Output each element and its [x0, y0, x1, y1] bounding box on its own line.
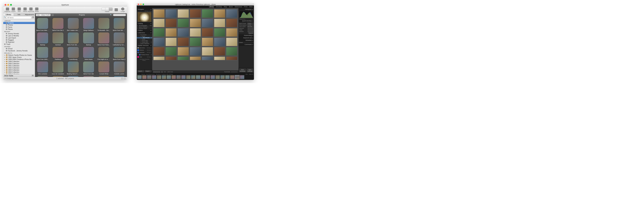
- photo-cell[interactable]: [202, 28, 213, 37]
- sidebar-recent-0[interactable]: Jeremy Horwitz: [3, 33, 35, 35]
- project-cell[interactable]: Notre Dame: [82, 47, 95, 60]
- project-thumb[interactable]: [68, 47, 79, 58]
- project-thumb[interactable]: [114, 18, 125, 29]
- photo-cell[interactable]: [178, 56, 189, 60]
- project-thumb[interactable]: [68, 18, 79, 29]
- project-cell[interactable]: Luxembourg: [67, 47, 80, 60]
- photo-cell[interactable]: [153, 28, 165, 37]
- filmstrip-thumbs[interactable]: [137, 75, 254, 79]
- project-cell[interactable]: Bang+Olafsson: [82, 18, 95, 31]
- sidebar-trash[interactable]: Trash: [3, 43, 35, 45]
- photo-cell[interactable]: [178, 9, 189, 18]
- project-thumb[interactable]: [98, 47, 110, 58]
- filmstrip-thumb[interactable]: [142, 75, 147, 79]
- grid-view-icon[interactable]: [102, 8, 105, 11]
- comments-header[interactable]: Comments: [238, 43, 254, 46]
- sidebar-item-projects[interactable]: Projects: [3, 22, 35, 24]
- reset-all-button[interactable]: Reset All: [248, 33, 253, 34]
- project-thumb[interactable]: [98, 33, 110, 44]
- sidebar-recent-3[interactable]: Flagged: [3, 39, 35, 41]
- photo-cell[interactable]: [166, 28, 177, 37]
- photo-cell[interactable]: [166, 38, 177, 46]
- filmstrip-thumb[interactable]: [172, 75, 176, 79]
- photo-cell[interactable]: [202, 56, 213, 60]
- sync-settings-button[interactable]: Sync Settings: [247, 69, 254, 72]
- navigator-preview[interactable]: [138, 12, 152, 22]
- keywords-button[interactable]: Keywords: [28, 8, 34, 12]
- project-thumb[interactable]: [37, 47, 48, 58]
- collection-item-2[interactable]: Most Recent…700: [137, 37, 152, 39]
- new-button[interactable]: New: [16, 8, 22, 12]
- photo-cell[interactable]: [178, 38, 189, 46]
- project-thumb[interactable]: [83, 18, 94, 29]
- project-cell[interactable]: Pantheon: [52, 47, 64, 60]
- sidebar-project-4[interactable]: 2000 Collection: [3, 63, 35, 65]
- loupe-view-icon[interactable]: [155, 71, 156, 73]
- tab-info[interactable]: Info: [14, 13, 24, 16]
- photo-cell[interactable]: [153, 47, 165, 56]
- project-thumb[interactable]: [83, 62, 94, 73]
- project-cell[interactable]: Intro Lectures: [36, 62, 49, 75]
- project-cell[interactable]: Items From Set 5 B…: [67, 33, 80, 46]
- second-monitor-icon[interactable]: ⊟: [139, 74, 140, 75]
- ascending-icon[interactable]: [52, 14, 54, 16]
- photo-cell[interactable]: [226, 28, 238, 37]
- filmstrip-thumb[interactable]: [147, 75, 152, 79]
- filmstrip-thumb[interactable]: [220, 75, 225, 79]
- project-thumb[interactable]: [37, 18, 48, 29]
- catalog-quick[interactable]: Quick Collection +: [137, 26, 152, 28]
- project-thumb[interactable]: [98, 18, 110, 29]
- share-button[interactable]: Share: [34, 8, 40, 12]
- photo-cell[interactable]: [166, 47, 177, 56]
- photo-cell[interactable]: [202, 38, 213, 46]
- collection-item-4[interactable]: Photos Adju…: [137, 40, 152, 41]
- sidebar-project-1[interactable]: 1992 Japan Scans: [3, 56, 35, 58]
- tab-slideshow[interactable]: Slideshow: [234, 6, 242, 8]
- project-cell[interactable]: Cour de Cassation: [52, 62, 64, 75]
- fullscreen-button[interactable]: [113, 8, 119, 12]
- tab-adjustments[interactable]: Adjustments: [24, 13, 35, 16]
- photo-cell[interactable]: [226, 38, 238, 46]
- sidebar-project-5[interactable]: 2001 Collection: [3, 65, 35, 67]
- sort-dropdown[interactable]: Date - Oldest First ⇅: [36, 14, 50, 16]
- sidebar-item-faces[interactable]: Faces: [3, 26, 35, 28]
- project-cell[interactable]: Outside Louvre: [113, 62, 126, 75]
- filmstrip-thumb[interactable]: [201, 75, 205, 79]
- split-view-icon[interactable]: [105, 8, 109, 11]
- sidebar-project-8[interactable]: 2004 Collection: [3, 71, 35, 73]
- photo-cell[interactable]: [153, 19, 165, 27]
- saved-preset-select[interactable]: Custom: [247, 23, 253, 24]
- photo-cell[interactable]: [214, 47, 226, 56]
- project-thumb[interactable]: [68, 33, 79, 44]
- setup-link[interactable]: Set Up…: [147, 47, 152, 48]
- photo-cell[interactable]: [190, 9, 201, 18]
- compare-view-icon[interactable]: [157, 71, 158, 73]
- project-cell[interactable]: Items From Paris 2: [113, 47, 126, 60]
- tab-web[interactable]: Web: [250, 6, 253, 8]
- inspector-button[interactable]: Inspector: [4, 8, 10, 12]
- photo-cell[interactable]: [190, 56, 201, 60]
- photo-cell[interactable]: [202, 19, 213, 27]
- sidebar-shared-1[interactable]: Facebook - Jeremy Horwitz: [3, 50, 35, 52]
- photo-cell[interactable]: [214, 19, 226, 27]
- project-thumb[interactable]: [83, 47, 94, 58]
- photo-cell[interactable]: [190, 19, 201, 27]
- sidebar-project-6[interactable]: 2002 Collection: [3, 67, 35, 69]
- filmstrip-thumb[interactable]: [230, 75, 234, 79]
- project-cell[interactable]: To Brussels - Early…: [98, 18, 110, 31]
- sync-metadata-button[interactable]: Sync Metadata: [239, 69, 246, 72]
- photo-cell[interactable]: [226, 56, 238, 60]
- project-thumb[interactable]: [98, 62, 110, 73]
- wb-select[interactable]: As Shot: [247, 24, 253, 26]
- histogram-header[interactable]: Histogram: [238, 8, 254, 11]
- name-button[interactable]: Name: [22, 8, 28, 12]
- project-thumb[interactable]: [52, 47, 64, 58]
- projects-grid[interactable]: Items From Weeks…Items From Set 2Set 3 V…: [35, 17, 127, 77]
- sidebar-recent-2[interactable]: Last Import: [3, 37, 35, 39]
- photo-cell[interactable]: [190, 38, 201, 46]
- photo-cell[interactable]: [178, 28, 189, 37]
- catalog-prev[interactable]: Previous Import: [137, 28, 152, 29]
- filmstrip-thumb[interactable]: [176, 75, 181, 79]
- sidebar-item-photos[interactable]: Photos: [3, 24, 35, 26]
- project-thumb[interactable]: [114, 47, 125, 58]
